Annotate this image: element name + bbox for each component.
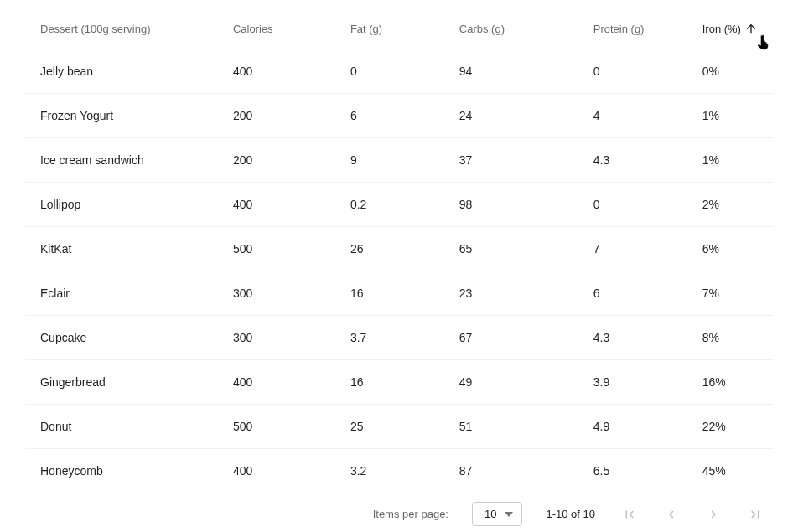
cell-dessert: Eclair [25, 271, 218, 316]
cell-carbs: 49 [444, 360, 578, 405]
cell-dessert: Cupcake [25, 316, 218, 360]
cell-carbs: 94 [444, 49, 578, 94]
table-row: Jelly bean40009400% [25, 49, 773, 94]
table-row: KitKat500266576% [25, 227, 773, 271]
cell-carbs: 37 [444, 138, 578, 183]
cell-iron: 1% [687, 94, 773, 138]
cell-calories: 400 [218, 449, 335, 493]
column-header-carbs[interactable]: Carbs (g) [444, 8, 578, 49]
table-row: Eclair300162367% [25, 271, 773, 316]
column-header-iron[interactable]: Iron (%) [687, 8, 773, 49]
cell-carbs: 51 [444, 405, 578, 449]
cell-fat: 9 [335, 138, 444, 183]
cell-protein: 4.9 [578, 405, 687, 449]
column-header-fat[interactable]: Fat (g) [335, 8, 444, 49]
next-page-button[interactable] [702, 504, 724, 525]
cell-dessert: Gingerbread [25, 360, 218, 405]
cell-dessert: Donut [25, 405, 218, 449]
cell-protein: 4.3 [578, 316, 687, 360]
cell-calories: 300 [218, 271, 335, 316]
cell-protein: 7 [578, 227, 687, 271]
pointer-cursor-icon [754, 34, 771, 50]
cell-fat: 3.2 [335, 449, 444, 493]
cell-protein: 0 [578, 49, 687, 94]
cell-iron: 16% [687, 360, 773, 405]
cell-carbs: 98 [444, 183, 578, 227]
column-header-protein[interactable]: Protein (g) [578, 8, 687, 49]
last-page-icon [748, 507, 763, 522]
cell-fat: 3.7 [335, 316, 444, 360]
first-page-icon [622, 507, 637, 522]
cell-calories: 400 [218, 360, 335, 405]
cell-calories: 400 [218, 183, 335, 227]
column-header-label: Protein (g) [593, 23, 645, 35]
page-size-select[interactable]: 10 [472, 502, 522, 526]
cell-iron: 7% [687, 271, 773, 316]
column-header-dessert[interactable]: Dessert (100g serving) [25, 8, 218, 49]
cell-dessert: Honeycomb [25, 449, 218, 493]
previous-page-button[interactable] [661, 504, 682, 525]
table-row: Gingerbread40016493.916% [25, 360, 773, 405]
cell-carbs: 24 [444, 94, 578, 138]
table-row: Lollipop4000.29802% [25, 183, 773, 227]
table-row: Cupcake3003.7674.38% [25, 316, 773, 360]
cell-iron: 0% [687, 49, 773, 94]
cell-iron: 22% [687, 405, 773, 449]
table-row: Frozen Yogurt20062441% [25, 94, 773, 138]
cell-iron: 2% [687, 183, 773, 227]
cell-fat: 6 [335, 94, 444, 138]
cell-iron: 1% [687, 138, 773, 183]
cell-calories: 200 [218, 94, 335, 138]
cell-protein: 4.3 [578, 138, 687, 183]
cell-calories: 500 [218, 227, 335, 271]
cell-fat: 16 [335, 271, 444, 316]
cell-fat: 25 [335, 405, 444, 449]
column-header-calories[interactable]: Calories [218, 8, 335, 49]
cell-carbs: 23 [444, 271, 578, 316]
cell-protein: 0 [578, 183, 687, 227]
column-header-label: Fat (g) [350, 23, 382, 35]
paginator: Items per page: 10 1-10 of 10 [25, 493, 773, 526]
table-row: Honeycomb4003.2876.545% [25, 449, 773, 493]
column-header-label: Dessert (100g serving) [40, 23, 151, 35]
cell-protein: 6.5 [578, 449, 687, 493]
cell-carbs: 67 [444, 316, 578, 360]
cell-calories: 200 [218, 138, 335, 183]
cell-carbs: 65 [444, 227, 578, 271]
cell-dessert: Ice cream sandwich [25, 138, 218, 183]
cell-calories: 400 [218, 49, 335, 94]
column-header-label: Carbs (g) [459, 23, 505, 35]
cell-calories: 300 [218, 316, 335, 360]
table-row: Ice cream sandwich2009374.31% [25, 138, 773, 183]
chevron-right-icon [706, 507, 721, 522]
table-row: Donut50025514.922% [25, 405, 773, 449]
cell-protein: 4 [578, 94, 687, 138]
cell-protein: 3.9 [578, 360, 687, 405]
dropdown-arrow-icon [505, 512, 513, 517]
chevron-left-icon [664, 507, 679, 522]
cell-fat: 0 [335, 49, 444, 94]
cell-calories: 500 [218, 405, 335, 449]
cell-carbs: 87 [444, 449, 578, 493]
page-size-value: 10 [484, 508, 496, 520]
cell-dessert: Jelly bean [25, 49, 218, 94]
cell-iron: 45% [687, 449, 773, 493]
last-page-button[interactable] [744, 504, 766, 525]
column-header-label: Iron (%) [702, 23, 741, 35]
data-table: Dessert (100g serving) Calories Fat (g) … [25, 8, 773, 493]
cell-dessert: Frozen Yogurt [25, 94, 218, 138]
sort-ascending-icon [744, 22, 758, 35]
cell-dessert: KitKat [25, 227, 218, 271]
cell-fat: 16 [335, 360, 444, 405]
cell-iron: 6% [687, 227, 773, 271]
cell-fat: 26 [335, 227, 444, 271]
cell-protein: 6 [578, 271, 687, 316]
items-per-page-label: Items per page: [373, 508, 448, 520]
cell-iron: 8% [687, 316, 773, 360]
first-page-button[interactable] [619, 504, 640, 525]
cell-fat: 0.2 [335, 183, 444, 227]
cell-dessert: Lollipop [25, 183, 218, 227]
column-header-label: Calories [233, 23, 273, 35]
range-label: 1-10 of 10 [546, 508, 595, 520]
